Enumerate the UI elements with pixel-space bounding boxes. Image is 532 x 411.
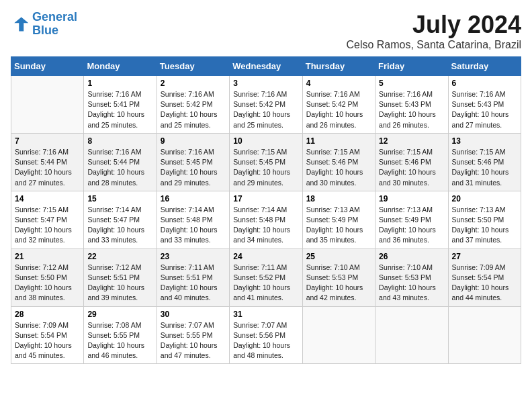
- day-number: 5: [379, 79, 444, 88]
- day-number: 4: [306, 79, 371, 88]
- day-number: 12: [379, 136, 444, 146]
- day-info: Sunrise: 7:16 AM Sunset: 5:44 PM Dayligh…: [15, 147, 80, 188]
- calendar-cell: 13Sunrise: 7:15 AM Sunset: 5:46 PM Dayli…: [448, 133, 521, 191]
- weekday-header-thursday: Thursday: [302, 57, 375, 76]
- calendar-cell: 11Sunrise: 7:15 AM Sunset: 5:46 PM Dayli…: [302, 133, 375, 191]
- calendar-cell: 1Sunrise: 7:16 AM Sunset: 5:41 PM Daylig…: [84, 76, 157, 134]
- calendar-cell: 17Sunrise: 7:14 AM Sunset: 5:48 PM Dayli…: [230, 191, 302, 248]
- calendar-cell: 9Sunrise: 7:16 AM Sunset: 5:45 PM Daylig…: [157, 133, 229, 191]
- calendar-cell: 25Sunrise: 7:10 AM Sunset: 5:53 PM Dayli…: [302, 248, 375, 306]
- week-row-2: 7Sunrise: 7:16 AM Sunset: 5:44 PM Daylig…: [11, 133, 521, 191]
- day-number: 7: [15, 136, 80, 146]
- logo-text: General Blue: [32, 11, 77, 38]
- day-number: 1: [87, 79, 152, 88]
- day-number: 28: [15, 310, 80, 319]
- svg-marker-0: [14, 17, 28, 31]
- calendar-cell: [302, 306, 375, 364]
- day-info: Sunrise: 7:15 AM Sunset: 5:46 PM Dayligh…: [379, 147, 444, 188]
- calendar-cell: 4Sunrise: 7:16 AM Sunset: 5:42 PM Daylig…: [302, 76, 375, 134]
- day-number: 18: [306, 194, 371, 203]
- day-info: Sunrise: 7:11 AM Sunset: 5:52 PM Dayligh…: [233, 263, 298, 304]
- day-number: 21: [15, 252, 80, 261]
- calendar-cell: 31Sunrise: 7:07 AM Sunset: 5:56 PM Dayli…: [230, 306, 302, 364]
- day-number: 11: [306, 136, 371, 146]
- weekday-header-friday: Friday: [375, 57, 448, 76]
- day-number: 15: [87, 194, 152, 203]
- day-number: 14: [15, 194, 80, 203]
- day-info: Sunrise: 7:16 AM Sunset: 5:43 PM Dayligh…: [379, 89, 444, 130]
- day-info: Sunrise: 7:10 AM Sunset: 5:53 PM Dayligh…: [306, 263, 371, 304]
- day-number: 2: [161, 79, 226, 88]
- day-number: 16: [161, 194, 226, 203]
- day-info: Sunrise: 7:14 AM Sunset: 5:47 PM Dayligh…: [87, 205, 152, 246]
- logo: General Blue: [11, 11, 77, 38]
- day-number: 3: [233, 79, 298, 88]
- calendar-cell: 14Sunrise: 7:15 AM Sunset: 5:47 PM Dayli…: [11, 191, 84, 248]
- day-number: 17: [233, 194, 298, 203]
- calendar-cell: 21Sunrise: 7:12 AM Sunset: 5:50 PM Dayli…: [11, 248, 84, 306]
- day-number: 13: [452, 136, 517, 146]
- calendar-cell: 16Sunrise: 7:14 AM Sunset: 5:48 PM Dayli…: [157, 191, 229, 248]
- day-number: 20: [452, 194, 517, 203]
- day-info: Sunrise: 7:16 AM Sunset: 5:42 PM Dayligh…: [161, 89, 226, 130]
- day-number: 29: [87, 310, 152, 319]
- logo-line1: General: [32, 10, 77, 24]
- location: Celso Ramos, Santa Catarina, Brazil: [346, 39, 521, 51]
- day-info: Sunrise: 7:16 AM Sunset: 5:42 PM Dayligh…: [233, 89, 298, 130]
- day-info: Sunrise: 7:15 AM Sunset: 5:47 PM Dayligh…: [15, 205, 80, 246]
- day-info: Sunrise: 7:13 AM Sunset: 5:49 PM Dayligh…: [306, 205, 371, 246]
- day-info: Sunrise: 7:13 AM Sunset: 5:49 PM Dayligh…: [379, 205, 444, 246]
- day-info: Sunrise: 7:13 AM Sunset: 5:50 PM Dayligh…: [452, 205, 517, 246]
- weekday-header-row: SundayMondayTuesdayWednesdayThursdayFrid…: [11, 57, 521, 76]
- week-row-1: 1Sunrise: 7:16 AM Sunset: 5:41 PM Daylig…: [11, 76, 521, 134]
- week-row-5: 28Sunrise: 7:09 AM Sunset: 5:54 PM Dayli…: [11, 306, 521, 364]
- calendar-cell: 22Sunrise: 7:12 AM Sunset: 5:51 PM Dayli…: [84, 248, 157, 306]
- day-info: Sunrise: 7:08 AM Sunset: 5:55 PM Dayligh…: [87, 320, 152, 361]
- day-number: 8: [87, 136, 152, 146]
- day-info: Sunrise: 7:16 AM Sunset: 5:42 PM Dayligh…: [306, 89, 371, 130]
- day-number: 22: [87, 252, 152, 261]
- logo-line2: Blue: [32, 24, 58, 37]
- calendar-cell: 26Sunrise: 7:10 AM Sunset: 5:53 PM Dayli…: [375, 248, 448, 306]
- day-number: 10: [233, 136, 298, 146]
- day-info: Sunrise: 7:09 AM Sunset: 5:54 PM Dayligh…: [452, 263, 517, 304]
- calendar-cell: 10Sunrise: 7:15 AM Sunset: 5:45 PM Dayli…: [230, 133, 302, 191]
- day-info: Sunrise: 7:11 AM Sunset: 5:51 PM Dayligh…: [161, 263, 226, 304]
- calendar-cell: 29Sunrise: 7:08 AM Sunset: 5:55 PM Dayli…: [84, 306, 157, 364]
- day-number: 19: [379, 194, 444, 203]
- day-info: Sunrise: 7:15 AM Sunset: 5:46 PM Dayligh…: [306, 147, 371, 188]
- calendar-table: SundayMondayTuesdayWednesdayThursdayFrid…: [11, 56, 521, 364]
- day-number: 23: [161, 252, 226, 261]
- calendar-cell: [375, 306, 448, 364]
- calendar-cell: 8Sunrise: 7:16 AM Sunset: 5:44 PM Daylig…: [84, 133, 157, 191]
- day-info: Sunrise: 7:15 AM Sunset: 5:46 PM Dayligh…: [452, 147, 517, 188]
- calendar-cell: 27Sunrise: 7:09 AM Sunset: 5:54 PM Dayli…: [448, 248, 521, 306]
- day-info: Sunrise: 7:10 AM Sunset: 5:53 PM Dayligh…: [379, 263, 444, 304]
- calendar-cell: 3Sunrise: 7:16 AM Sunset: 5:42 PM Daylig…: [230, 76, 302, 134]
- calendar-cell: 5Sunrise: 7:16 AM Sunset: 5:43 PM Daylig…: [375, 76, 448, 134]
- weekday-header-monday: Monday: [84, 57, 157, 76]
- calendar-cell: 19Sunrise: 7:13 AM Sunset: 5:49 PM Dayli…: [375, 191, 448, 248]
- day-info: Sunrise: 7:07 AM Sunset: 5:56 PM Dayligh…: [233, 320, 298, 361]
- calendar-cell: 6Sunrise: 7:16 AM Sunset: 5:43 PM Daylig…: [448, 76, 521, 134]
- calendar-cell: 2Sunrise: 7:16 AM Sunset: 5:42 PM Daylig…: [157, 76, 229, 134]
- day-info: Sunrise: 7:09 AM Sunset: 5:54 PM Dayligh…: [15, 320, 80, 361]
- day-info: Sunrise: 7:15 AM Sunset: 5:45 PM Dayligh…: [233, 147, 298, 188]
- day-info: Sunrise: 7:16 AM Sunset: 5:43 PM Dayligh…: [452, 89, 517, 130]
- calendar-cell: 30Sunrise: 7:07 AM Sunset: 5:55 PM Dayli…: [157, 306, 229, 364]
- calendar-cell: 20Sunrise: 7:13 AM Sunset: 5:50 PM Dayli…: [448, 191, 521, 248]
- day-info: Sunrise: 7:14 AM Sunset: 5:48 PM Dayligh…: [161, 205, 226, 246]
- page-header: General Blue July 2024 Celso Ramos, Sant…: [11, 11, 521, 51]
- day-number: 9: [161, 136, 226, 146]
- title-area: July 2024 Celso Ramos, Santa Catarina, B…: [346, 11, 521, 51]
- day-info: Sunrise: 7:07 AM Sunset: 5:55 PM Dayligh…: [161, 320, 226, 361]
- day-info: Sunrise: 7:16 AM Sunset: 5:45 PM Dayligh…: [161, 147, 226, 188]
- weekday-header-wednesday: Wednesday: [230, 57, 302, 76]
- calendar-cell: 23Sunrise: 7:11 AM Sunset: 5:51 PM Dayli…: [157, 248, 229, 306]
- day-number: 24: [233, 252, 298, 261]
- calendar-cell: 28Sunrise: 7:09 AM Sunset: 5:54 PM Dayli…: [11, 306, 84, 364]
- day-info: Sunrise: 7:14 AM Sunset: 5:48 PM Dayligh…: [233, 205, 298, 246]
- weekday-header-saturday: Saturday: [448, 57, 521, 76]
- calendar-cell: 18Sunrise: 7:13 AM Sunset: 5:49 PM Dayli…: [302, 191, 375, 248]
- day-number: 31: [233, 310, 298, 319]
